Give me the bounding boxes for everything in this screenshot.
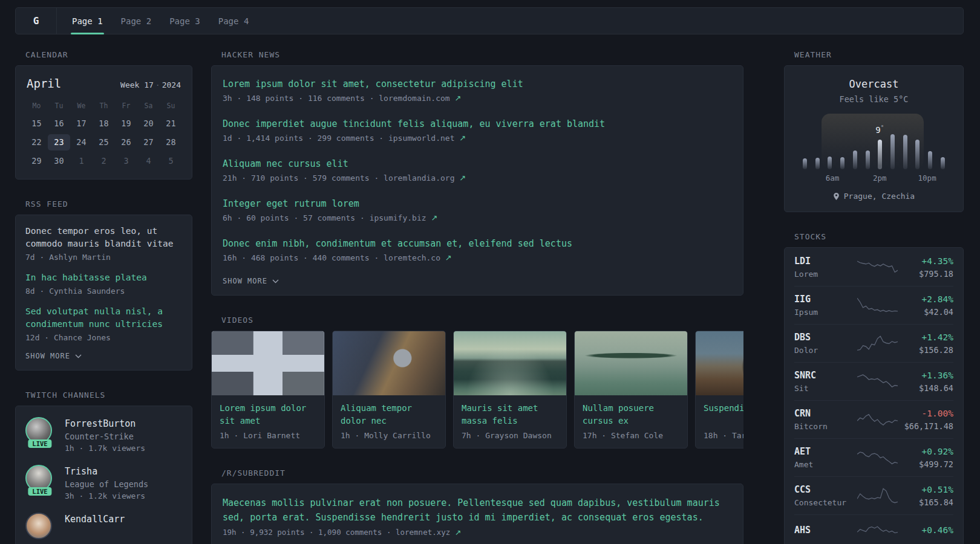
- rss-item: Donec tempor eros leo, ut commodo mauris…: [25, 225, 182, 262]
- video-card[interactable]: Mauris sit amet massa felis 7h · Grayson…: [453, 331, 567, 448]
- tab-page-1[interactable]: Page 1: [71, 8, 104, 34]
- hackernews-card: Lorem ipsum dolor sit amet, consectetur …: [211, 65, 743, 296]
- stock-price: $66,171.48: [900, 421, 953, 431]
- twitch-channel-info: KendallCarr: [65, 513, 125, 525]
- external-link-icon: ↗: [455, 528, 461, 537]
- rss-show-more-button[interactable]: SHOW MORE: [25, 352, 182, 360]
- weather-hour-bar: [941, 157, 945, 169]
- twitch-channel-row[interactable]: LIVE ForrestBurton Counter-Strike 1h · 1…: [25, 417, 182, 453]
- weekday-label: Sa: [137, 99, 160, 115]
- stock-change: +0.46%: [900, 525, 953, 535]
- video-card[interactable]: Nullam posuere cursus ex 17h · Stefan Co…: [574, 331, 688, 448]
- weather-location: Prague, Czechia: [794, 192, 953, 201]
- weather-hour-bar: [903, 135, 907, 169]
- videos-section: VIDEOS Lorem ipsum dolor sit amet consec…: [211, 316, 743, 448]
- weather-hourly-chart: 9°: [803, 114, 945, 169]
- stock-price: $148.64: [900, 383, 953, 393]
- weather-time-label: 2pm: [873, 173, 887, 183]
- stock-row[interactable]: CRN Bitcorn -1.00% $66,171.48: [794, 400, 953, 438]
- weather-bars: [803, 114, 945, 169]
- hackernews-item-meta: 16h · 468 points · 440 comments · loremt…: [223, 253, 732, 262]
- calendar-day: 2: [93, 153, 115, 169]
- stock-values: +4.35% $795.18: [900, 256, 953, 279]
- calendar-day: 4: [137, 153, 160, 169]
- stock-row[interactable]: AHS +0.46%: [794, 514, 953, 544]
- hackernews-item-title[interactable]: Lorem ipsum dolor sit amet, consectetur …: [223, 77, 732, 91]
- hackernews-item-meta: 3h · 148 points · 116 comments · loremdo…: [223, 94, 732, 103]
- hackernews-item-title[interactable]: Donec enim nibh, condimentum et accumsan…: [223, 237, 732, 250]
- app-logo[interactable]: G: [16, 8, 57, 34]
- rss-item: Sed volutpat nulla nisl, a condimentum n…: [25, 305, 182, 342]
- stock-row[interactable]: DBS Dolor +1.42% $156.28: [794, 324, 953, 362]
- stock-row[interactable]: LDI Lorem +4.35% $795.18: [794, 248, 953, 286]
- video-meta: 17h · Stefan Cole: [583, 431, 679, 440]
- main-column: HACKER NEWS Lorem ipsum dolor sit amet, …: [211, 50, 743, 544]
- hackernews-item-title[interactable]: Aliquam nec cursus elit: [223, 157, 732, 170]
- weather-hour-bar: [866, 151, 870, 169]
- rss-item-title[interactable]: Donec tempor eros leo, ut commodo mauris…: [25, 225, 182, 250]
- stock-row[interactable]: IIG Ipsum +2.84% $42.04: [794, 286, 953, 324]
- twitch-channel-row[interactable]: LIVE Trisha League of Legends 3h · 1.2k …: [25, 465, 182, 500]
- weather-hour-bar: [928, 151, 932, 169]
- meta-text: 19h · 9,932 points · 1,090 comments · lo…: [223, 528, 450, 537]
- stock-values: +2.84% $42.04: [900, 294, 953, 317]
- top-nav-bar: G Page 1 Page 2 Page 3 Page 4: [15, 7, 964, 34]
- video-body: Lorem ipsum dolor sit amet consectetu… 1…: [212, 395, 324, 448]
- tab-page-4[interactable]: Page 4: [217, 8, 250, 34]
- twitch-channel-meta: 1h · 1.7k viewers: [65, 444, 145, 453]
- calendar-month: April: [27, 77, 61, 90]
- stock-price: $499.72: [900, 459, 953, 469]
- stock-id: CRN Bitcorn: [794, 408, 855, 431]
- twitch-channel-category: League of Legends: [65, 479, 148, 489]
- weather-hour-bar: [853, 151, 857, 169]
- stock-row[interactable]: AET Amet +0.92% $499.72: [794, 438, 953, 476]
- stock-name: Bitcorn: [794, 422, 855, 431]
- hackernews-item-title[interactable]: Integer eget rutrum lorem: [223, 197, 732, 210]
- subreddit-card: Maecenas mollis pulvinar erat non posuer…: [211, 484, 743, 544]
- hackernews-item-meta: 21h · 710 points · 579 comments · loreml…: [223, 173, 732, 183]
- rss-card: Donec tempor eros leo, ut commodo mauris…: [15, 215, 192, 371]
- weekday-label: Mo: [25, 99, 48, 115]
- weather-hour-bar: [828, 157, 832, 169]
- twitch-channel-name: KendallCarr: [65, 513, 125, 525]
- stock-row[interactable]: SNRC Sit +1.36% $148.64: [794, 362, 953, 400]
- stock-price: $795.18: [900, 269, 953, 279]
- video-row: Lorem ipsum dolor sit amet consectetu… 1…: [211, 331, 743, 448]
- stock-sparkline: [857, 296, 898, 314]
- avatar: [25, 513, 52, 539]
- hackernews-show-more-button[interactable]: SHOW MORE: [223, 277, 732, 285]
- meta-text: 1d · 1,414 points · 299 comments · ipsum…: [223, 134, 455, 143]
- twitch-section: TWITCH CHANNELS LIVE ForrestBurton Count…: [15, 390, 192, 544]
- subreddit-section: /R/SUBREDDIT Maecenas mollis pulvinar er…: [211, 468, 743, 544]
- video-body: Mauris sit amet massa felis 7h · Grayson…: [454, 395, 566, 448]
- section-title-calendar: CALENDAR: [25, 50, 192, 59]
- tab-page-2[interactable]: Page 2: [120, 8, 153, 34]
- calendar-section: CALENDAR April Week 17·2024 Mo Tu We Th …: [15, 50, 192, 180]
- calendar-day: 26: [115, 134, 137, 151]
- video-thumbnail: [454, 331, 566, 395]
- show-more-label: SHOW MORE: [25, 352, 70, 360]
- rss-item-title[interactable]: Sed volutpat nulla nisl, a condimentum n…: [25, 305, 182, 331]
- video-card[interactable]: Lorem ipsum dolor sit amet consectetu… 1…: [211, 331, 325, 448]
- weather-feels-like: Feels like 5°C: [794, 94, 953, 104]
- subreddit-post-meta: 19h · 9,932 points · 1,090 comments · lo…: [223, 528, 732, 537]
- external-link-icon: ↗: [445, 253, 452, 262]
- calendar-day: 28: [160, 134, 182, 151]
- hackernews-section: HACKER NEWS Lorem ipsum dolor sit amet, …: [211, 50, 743, 296]
- rss-item-title[interactable]: In hac habitasse platea: [25, 271, 182, 284]
- meta-text: 21h · 710 points · 579 comments · loreml…: [223, 173, 455, 183]
- calendar-day: 23: [48, 134, 70, 151]
- twitch-channel-row[interactable]: KendallCarr: [25, 513, 182, 539]
- tab-page-3[interactable]: Page 3: [168, 8, 201, 34]
- video-card[interactable]: Suspendisse diam 18h · Tara: [695, 331, 743, 448]
- hackernews-item-title[interactable]: Donec imperdiet augue tincidunt felis al…: [223, 117, 732, 131]
- hackernews-item: Donec enim nibh, condimentum et accumsan…: [223, 237, 732, 262]
- stock-row[interactable]: CCS Consectetur +0.51% $165.84: [794, 476, 953, 514]
- hackernews-item: Aliquam nec cursus elit 21h · 710 points…: [223, 157, 732, 183]
- video-card[interactable]: Aliquam tempor dolor nec pharetra… 1h · …: [332, 331, 446, 448]
- stock-id: CCS Consectetur: [794, 484, 855, 507]
- right-column: WEATHER Overcast Feels like 5°C 9° 6am2p…: [784, 50, 964, 544]
- video-meta: 7h · Grayson Dawson: [462, 431, 558, 440]
- subreddit-post-title[interactable]: Maecenas mollis pulvinar erat non posuer…: [223, 496, 732, 525]
- stock-id: SNRC Sit: [794, 370, 855, 393]
